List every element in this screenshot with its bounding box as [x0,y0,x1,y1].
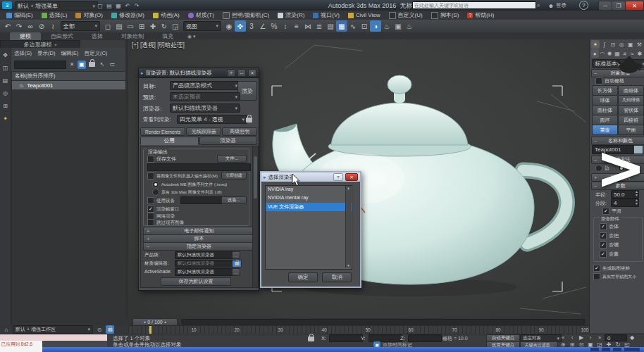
image-list-checkbox[interactable]: 将图像文件列表放入输出路径(M) [147,172,218,180]
viewport-label[interactable]: [+] [透视] [明暗处理] [132,42,185,50]
explorer-menu-select[interactable]: 选择(S) [14,50,32,57]
current-frame-field[interactable]: 0 [605,334,627,341]
user-signin-icon[interactable]: ☻ [547,1,555,10]
display-toggle-icon[interactable]: ▣ [78,61,86,69]
play-icon[interactable]: ▶ [577,334,586,341]
use-pivot-center-icon[interactable]: ◉ [223,20,235,32]
smooth-checkbox[interactable]: ✓平滑 [602,208,621,215]
named-selection-sets-icon[interactable]: ≡ [291,20,302,32]
tab-render-elements[interactable]: Render Elements [140,127,185,136]
mirror-icon[interactable]: ⋈ [302,20,314,32]
explorer-search-input[interactable] [14,61,66,69]
select-by-name-icon[interactable]: ▤ [113,20,125,32]
ribbon-tab-freeform[interactable]: 自由形式 [42,32,82,40]
workspace-dropdown[interactable]: 默认 + 增强菜单▾ [15,1,98,11]
renderer-dropdown[interactable]: 默认扫描线渲染器▾ [170,103,240,113]
x-coord-field[interactable] [329,334,363,342]
new-scene-icon[interactable]: ▢ [96,1,104,10]
torus-button[interactable]: 圆环 [592,115,618,125]
lock-explorer-icon[interactable] [89,61,95,68]
time-tag-icon[interactable]: ▣ [373,341,380,347]
menu-edit[interactable]: 编辑(E) [3,11,37,19]
box-button[interactable]: 长方体 [592,85,618,96]
files-button[interactable]: 文件... [217,155,247,163]
dialog-minimize-button[interactable]: ─ [237,69,246,77]
select-and-rotate-icon[interactable]: ↻ [159,20,170,32]
explorer-hierarchy-icon[interactable]: ◫ [1,63,10,72]
dialog-help-button[interactable]: ? [333,173,343,181]
rendered-frame-icon[interactable]: ▣ [392,20,404,32]
geosphere-button[interactable]: 几何球体 [618,95,644,106]
menu-object[interactable]: 对象(O) [72,11,106,19]
reference-coordinate-dropdown[interactable]: 视图▾ [183,21,221,31]
preset-dropdown[interactable]: 未选定预设▾ [170,92,240,101]
renderer-list-item-iray[interactable]: NVIDIA iray [266,186,352,194]
ribbon-toggle-icon[interactable]: ▦ [336,20,347,32]
maximize-button[interactable]: ❐ [612,1,626,11]
pyramid-button[interactable]: 四棱锥 [618,115,644,125]
cylinder-button[interactable]: 圆柱体 [592,105,618,115]
taskbar-clock-area[interactable] [624,348,640,351]
isolate-selection-icon[interactable]: ⊙ [95,325,104,334]
minimize-button[interactable]: ─ [598,1,612,11]
windows-taskbar[interactable] [0,347,644,352]
ifl-radio[interactable]: 原有 3ds Max 图像文件列表 (.ifl) [152,189,222,196]
menu-materials[interactable]: 材质(T) [185,11,218,19]
close-button[interactable]: ✕ [625,1,644,11]
transform-lock-icon[interactable] [308,336,314,343]
create-tab-icon[interactable]: ✶ [591,40,600,49]
menu-viewports[interactable]: 视口(V) [309,11,343,19]
modify-tab-icon[interactable]: ∫ [600,40,609,49]
lights-category-icon[interactable]: ✺ [606,49,614,58]
sphere-button[interactable]: 球体 [592,95,618,106]
cancel-button[interactable]: 取消 [322,272,352,282]
utilities-tab-icon[interactable]: ⚒ [636,40,644,49]
explorer-materials-icon[interactable]: ◎ [1,89,10,97]
key-mode-icon[interactable]: ◆ [628,334,636,341]
help-icon[interactable]: ? [579,1,588,10]
material-renderer-lock-button[interactable] [232,260,242,268]
explorer-column-header[interactable]: 名称(按升序排序) ▾ [11,71,135,81]
clear-search-icon[interactable]: ✕ [68,61,76,69]
save-file-checkbox[interactable]: 保存文件 [147,156,176,163]
go-to-start-icon[interactable]: « [559,334,567,341]
search-input[interactable] [412,1,536,9]
ok-button[interactable]: 确定 [288,272,318,282]
menu-rendering[interactable]: 渲染(R) [274,11,308,19]
time-slider-track[interactable] [182,319,585,325]
select-and-manipulate-icon[interactable]: ✜ [235,20,246,32]
region-select-icon[interactable]: ▭ [125,20,136,32]
explorer-layers-icon[interactable]: ▤ [1,76,10,84]
dialog-help-button[interactable]: ? [227,69,235,77]
schematic-view-icon[interactable]: ⊡ [359,20,370,32]
generate-mapping-checkbox[interactable]: ✓生成贴图坐标 [593,265,630,272]
renderer-list-scrollbar[interactable]: ▲ ▼ [345,186,351,268]
tube-button[interactable]: 管状体 [618,105,644,115]
scroll-up-icon[interactable]: ▲ [347,186,350,190]
tab-common[interactable]: 公用 [140,137,199,145]
dialog-close-button[interactable]: ✕ [345,173,358,181]
search-icon[interactable]: ⌕ [534,1,543,10]
signin-label[interactable]: 登录 [556,2,566,9]
explorer-selection-icon[interactable]: ✦ [1,114,10,122]
render-setup-titlebar[interactable]: ▸ 渲染设置: 默认扫描线渲染器 ? ─ ✕ [139,68,259,78]
window-crossing-icon[interactable]: ⊞ [136,20,147,32]
spinner-snap-icon[interactable]: ↕ [280,20,291,32]
selection-filter-dropdown[interactable]: 全部▾ [61,21,100,31]
bind-to-spacewarp-icon[interactable]: ≀ [47,20,58,32]
unlink-selection-icon[interactable]: ⊘ [36,20,47,32]
align-icon[interactable]: ≣ [314,20,325,32]
choose-renderer-dialog[interactable]: ▸ 选择渲染器 ? ✕ NVIDIA iray NVIDIA mental ra… [260,171,361,288]
menu-civil-view[interactable]: Civil View [345,12,384,18]
redo-icon[interactable]: ↷ [13,20,25,32]
next-frame-icon[interactable]: › [586,334,595,341]
renderer-list-item-vue[interactable]: VUE 文件渲染器 [266,203,352,211]
render-button[interactable]: 渲染 [237,81,257,101]
device-field[interactable] [180,196,224,204]
spout-checkbox[interactable]: ✓壶嘴 [600,241,619,249]
explorer-containers-icon[interactable]: ⊞ [1,101,10,110]
imsq-radio[interactable]: Autodesk ME 图像序列文件 (.imsq) [152,181,227,188]
taskbar-tray-icon[interactable] [613,348,621,351]
explorer-menu-customize[interactable]: 自定义(C) [84,50,107,57]
tree-row-teapot001[interactable]: ♨ Teapot001 [12,81,128,89]
